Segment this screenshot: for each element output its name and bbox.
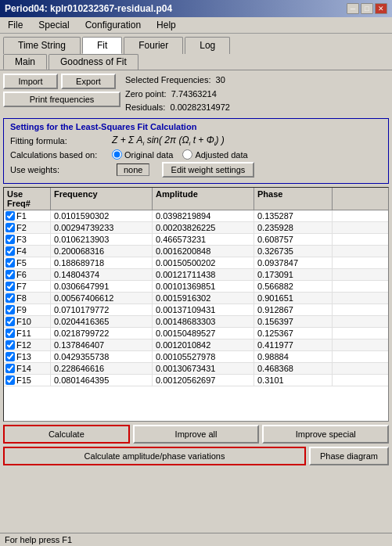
bottom-buttons-row2: Calculate amplitude/phase variations Pha… xyxy=(3,447,389,465)
row-phase: 0.156397 xyxy=(254,316,333,327)
table-row: F9 0.0710179772 0.00137109431 0.912867 xyxy=(4,304,388,316)
improve-all-button[interactable]: Improve all xyxy=(133,425,260,444)
table-row: F7 0.0306647991 0.00101369851 0.566882 xyxy=(4,281,388,293)
row-amplitude: 0.00203826225 xyxy=(153,222,254,233)
maximize-button[interactable]: □ xyxy=(361,3,373,14)
row-phase: 0.3101 xyxy=(254,375,333,386)
import-button[interactable]: Import xyxy=(3,74,58,89)
row-amplitude: 0.0012010842 xyxy=(153,339,254,350)
radio-group: Original data Adjusted data xyxy=(112,149,248,160)
sub-tab-main[interactable]: Main xyxy=(3,54,47,70)
table-row: F10 0.0204416365 0.00148683303 0.156397 xyxy=(4,316,388,328)
menu-configuration[interactable]: Configuration xyxy=(81,19,146,31)
tab-time-string[interactable]: Time String xyxy=(3,37,81,54)
col-use-freq: Use Freq# xyxy=(4,188,51,210)
row-check-freq[interactable]: F7 xyxy=(4,281,51,292)
table-row: F1 0.0101590302 0.0398219894 0.135287 xyxy=(4,210,388,222)
tab-fit[interactable]: Fit xyxy=(82,37,122,54)
menu-bar: File Special Configuration Help xyxy=(0,17,392,34)
row-check-freq[interactable]: F12 xyxy=(4,339,51,350)
weights-label: Use weights: xyxy=(10,165,112,174)
row-check-freq[interactable]: F9 xyxy=(4,304,51,315)
freq-num: F1 xyxy=(16,211,27,221)
tab-log[interactable]: Log xyxy=(185,37,230,54)
menu-special[interactable]: Special xyxy=(34,19,74,31)
row-check-freq[interactable]: F13 xyxy=(4,351,51,362)
radio-adjusted[interactable]: Adjusted data xyxy=(182,149,247,160)
radio-original[interactable]: Original data xyxy=(112,149,173,160)
row-check-freq[interactable]: F3 xyxy=(4,234,51,245)
freq-num: F15 xyxy=(16,375,31,385)
row-phase: 0.901651 xyxy=(254,293,333,304)
edit-weights-button[interactable]: Edit weight settings xyxy=(162,162,255,178)
row-amplitude: 0.0016200848 xyxy=(153,246,254,257)
weights-row: Use weights: none Edit weight settings xyxy=(10,162,382,178)
export-button[interactable]: Export xyxy=(61,74,116,89)
status-bar: For help press F1 xyxy=(0,533,392,546)
phase-diagram-button[interactable]: Phase diagram xyxy=(309,447,389,465)
row-frequency: 0.0101590302 xyxy=(51,210,153,221)
calculate-button[interactable]: Calculate xyxy=(3,425,130,444)
main-tabs: Time String Fit Fourier Log xyxy=(0,34,392,54)
row-frequency: 0.0106213903 xyxy=(51,234,153,245)
freq-num: F14 xyxy=(16,364,31,373)
row-check-freq[interactable]: F4 xyxy=(4,246,51,257)
table-row: F14 0.228646616 0.00130673431 0.468368 xyxy=(4,363,388,375)
menu-help[interactable]: Help xyxy=(152,19,181,31)
tab-fourier[interactable]: Fourier xyxy=(124,37,183,54)
row-check-freq[interactable]: F5 xyxy=(4,257,51,268)
row-frequency: 0.0429355738 xyxy=(51,351,153,362)
freq-num: F5 xyxy=(16,258,27,268)
table-row: F2 0.00294739233 0.00203826225 0.235928 xyxy=(4,222,388,234)
row-check-freq[interactable]: F2 xyxy=(4,222,51,233)
improve-special-button[interactable]: Improve special xyxy=(262,425,389,444)
table-row: F8 0.00567406612 0.0015916302 0.901651 xyxy=(4,293,388,304)
table-row: F12 0.137846407 0.0012010842 0.411977 xyxy=(4,339,388,351)
row-frequency: 0.0710179772 xyxy=(51,304,153,315)
freq-num: F11 xyxy=(16,329,31,338)
minimize-button[interactable]: ─ xyxy=(347,3,359,14)
menu-file[interactable]: File xyxy=(3,19,27,31)
close-button[interactable]: ✕ xyxy=(375,3,387,14)
row-check-freq[interactable]: F15 xyxy=(4,375,51,386)
row-phase: 0.326735 xyxy=(254,246,333,257)
row-phase: 0.566882 xyxy=(254,281,333,292)
action-buttons: Import Export Print frequencies xyxy=(3,74,120,107)
title-bar: Period04: kplr010232367-residual.p04 ─ □… xyxy=(0,0,392,17)
amp-phase-button[interactable]: Calculate amplitude/phase variations xyxy=(3,447,306,465)
row-check-freq[interactable]: F14 xyxy=(4,363,51,374)
info-section: Selected Frequencies: 30 Zero point: 7.7… xyxy=(125,74,389,115)
freq-num: F10 xyxy=(16,317,31,326)
table-row: F3 0.0106213903 0.466573231 0.608757 xyxy=(4,234,388,246)
table-body[interactable]: F1 0.0101590302 0.0398219894 0.135287 F2… xyxy=(4,210,388,422)
row-amplitude: 0.00148683303 xyxy=(153,316,254,327)
row-check-freq[interactable]: F6 xyxy=(4,269,51,280)
sub-tab-goodness[interactable]: Goodness of Fit xyxy=(49,54,138,70)
frequency-table: Use Freq# Frequency Amplitude Phase F1 0… xyxy=(3,187,389,422)
freq-num: F8 xyxy=(16,293,27,303)
sub-tabs: Main Goodness of Fit xyxy=(0,54,392,70)
freq-num: F12 xyxy=(16,340,31,350)
table-row: F13 0.0429355738 0.00105527978 0.98884 xyxy=(4,351,388,363)
freq-num: F3 xyxy=(16,235,27,244)
table-body-wrapper: F1 0.0101590302 0.0398219894 0.135287 F2… xyxy=(4,210,388,422)
row-check-freq[interactable]: F8 xyxy=(4,293,51,304)
row-phase: 0.98884 xyxy=(254,351,333,362)
formula-row: Fitting formula: Z + Σ Ai sin( 2π (Ωi t … xyxy=(10,135,382,147)
row-check-freq[interactable]: F10 xyxy=(4,316,51,327)
row-frequency: 0.0218799722 xyxy=(51,328,153,339)
row-phase: 0.411977 xyxy=(254,339,333,350)
row-check-freq[interactable]: F11 xyxy=(4,328,51,339)
table-header: Use Freq# Frequency Amplitude Phase xyxy=(4,188,388,210)
print-frequencies-button[interactable]: Print frequencies xyxy=(3,92,120,107)
row-frequency: 0.137846407 xyxy=(51,339,153,350)
calc-based-row: Calculations based on: Original data Adj… xyxy=(10,149,382,160)
residuals-value: 0.00282314972 xyxy=(170,102,229,112)
freq-num: F13 xyxy=(16,352,31,361)
row-amplitude: 0.00121711438 xyxy=(153,269,254,280)
row-frequency: 0.188689718 xyxy=(51,257,153,268)
row-phase: 0.468368 xyxy=(254,363,333,374)
bottom-buttons-row1: Calculate Improve all Improve special xyxy=(3,425,389,444)
selected-freq-value: 30 xyxy=(216,75,225,84)
row-check-freq[interactable]: F1 xyxy=(4,210,51,221)
